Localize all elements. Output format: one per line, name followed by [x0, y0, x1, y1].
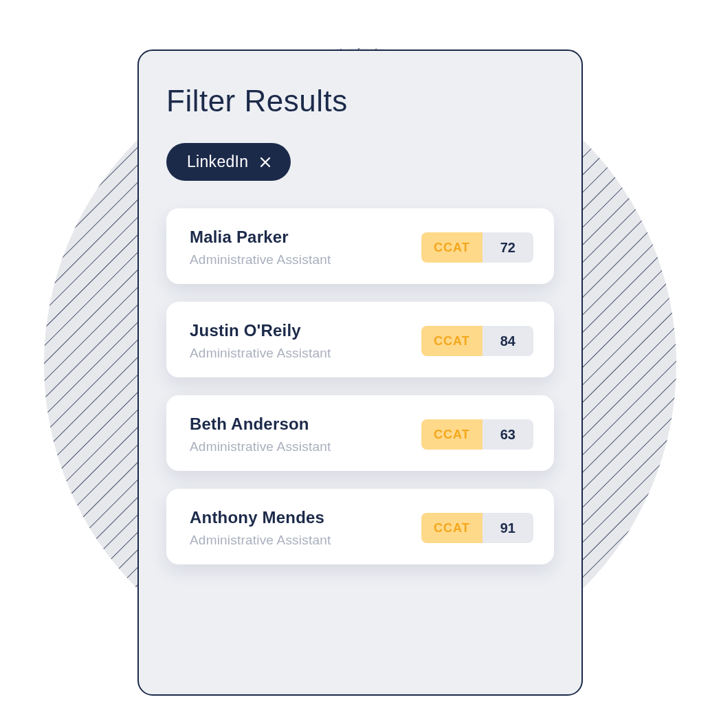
score-value: 63 — [482, 419, 533, 450]
score-label: CCAT — [421, 232, 482, 263]
score-badge: CCAT 84 — [421, 326, 533, 356]
score-label: CCAT — [421, 326, 482, 356]
person-role: Administrative Assistant — [190, 346, 331, 361]
person-info: Anthony Mendes Administrative Assistant — [190, 508, 331, 548]
person-info: Malia Parker Administrative Assistant — [190, 228, 331, 267]
score-label: CCAT — [421, 513, 482, 543]
score-badge: CCAT 72 — [421, 232, 533, 263]
person-role: Administrative Assistant — [190, 252, 331, 267]
score-value: 84 — [482, 326, 533, 356]
close-icon[interactable] — [259, 156, 271, 168]
score-badge: CCAT 91 — [421, 513, 533, 543]
filter-chip-linkedin[interactable]: LinkedIn — [166, 143, 291, 181]
person-info: Justin O'Reily Administrative Assistant — [190, 321, 331, 361]
score-value: 91 — [482, 513, 533, 543]
results-list: Malia Parker Administrative Assistant CC… — [166, 208, 554, 564]
result-row[interactable]: Malia Parker Administrative Assistant CC… — [166, 208, 554, 284]
person-role: Administrative Assistant — [190, 439, 331, 454]
result-row[interactable]: Beth Anderson Administrative Assistant C… — [166, 395, 554, 471]
page-title: Filter Results — [166, 84, 554, 118]
person-name: Anthony Mendes — [190, 508, 331, 527]
person-name: Beth Anderson — [190, 415, 331, 434]
result-row[interactable]: Anthony Mendes Administrative Assistant … — [166, 489, 554, 564]
score-badge: CCAT 63 — [421, 419, 533, 450]
person-role: Administrative Assistant — [190, 533, 331, 548]
filter-chip-label: LinkedIn — [187, 153, 248, 171]
person-name: Malia Parker — [190, 228, 331, 247]
person-name: Justin O'Reily — [190, 321, 331, 340]
score-label: CCAT — [421, 419, 482, 450]
person-info: Beth Anderson Administrative Assistant — [190, 415, 331, 454]
filter-results-panel: Filter Results LinkedIn Malia Parker Adm… — [137, 49, 583, 696]
result-row[interactable]: Justin O'Reily Administrative Assistant … — [166, 302, 554, 377]
score-value: 72 — [482, 232, 533, 263]
